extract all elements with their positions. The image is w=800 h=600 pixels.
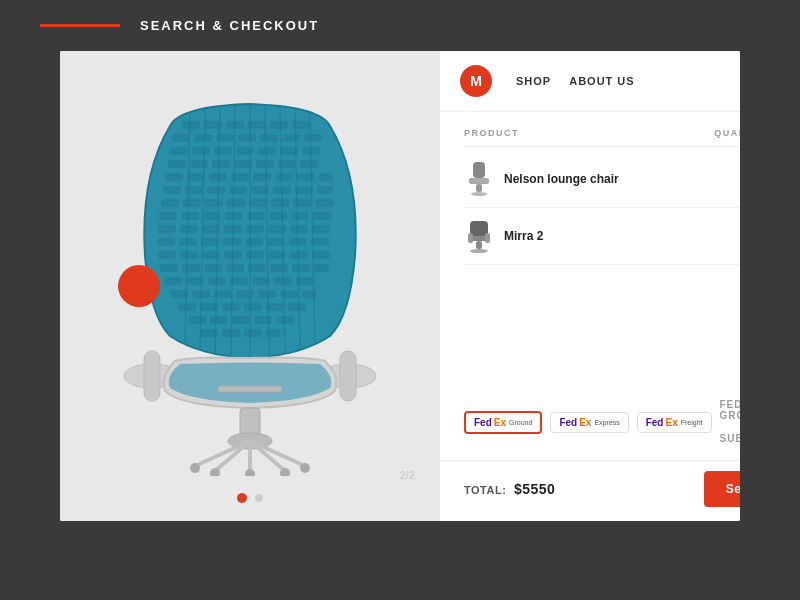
- fedex-sub-2: Express: [594, 419, 619, 426]
- shipping-cost-area: FEDEX GROUND: $50 SUBTOTAL: $5500: [720, 394, 741, 450]
- svg-rect-117: [244, 303, 262, 311]
- product-quantity: 1: [703, 229, 740, 243]
- svg-rect-150: [470, 221, 488, 236]
- nav-shop[interactable]: SHOP: [516, 75, 551, 87]
- product-info: Mirra 2: [464, 218, 703, 254]
- table-row: Mirra 2 1 $2300: [464, 208, 740, 265]
- svg-rect-147: [469, 178, 489, 184]
- svg-rect-148: [476, 184, 482, 192]
- fedex-logo-1: Fed: [474, 417, 492, 428]
- fedex-logo-2: Ex: [494, 417, 506, 428]
- svg-rect-26: [258, 147, 276, 155]
- fedex-logo-3: Fed: [559, 417, 577, 428]
- svg-rect-38: [209, 173, 227, 181]
- svg-rect-104: [252, 277, 270, 285]
- svg-rect-40: [253, 173, 271, 181]
- svg-rect-124: [276, 316, 294, 324]
- svg-rect-92: [160, 264, 178, 272]
- svg-rect-90: [290, 251, 308, 259]
- fedex-freight-option[interactable]: FedEx Freight: [637, 412, 712, 433]
- slide-indicator: [237, 493, 263, 503]
- svg-rect-17: [216, 134, 234, 142]
- svg-rect-25: [236, 147, 254, 155]
- svg-rect-88: [246, 251, 264, 259]
- fedex-logo-5: Fed: [646, 417, 664, 428]
- col-header-product: PRODUCT: [464, 128, 703, 138]
- table-header: PRODUCT QUANTITY TOTAL: [464, 128, 740, 147]
- svg-rect-70: [202, 225, 220, 233]
- svg-rect-122: [232, 316, 250, 324]
- svg-rect-91: [312, 251, 330, 259]
- svg-rect-39: [231, 173, 249, 181]
- checkout-button[interactable]: Secure Checkout: [704, 471, 740, 507]
- svg-rect-67: [313, 212, 331, 220]
- svg-rect-145: [218, 386, 282, 392]
- slide-number: 2/2: [400, 469, 415, 481]
- svg-point-144: [245, 469, 255, 476]
- svg-rect-132: [340, 351, 356, 401]
- svg-rect-72: [246, 225, 264, 233]
- svg-rect-50: [295, 186, 313, 194]
- svg-rect-19: [260, 134, 278, 142]
- svg-rect-127: [244, 329, 262, 337]
- nav-links: SHOP ABOUT US: [516, 75, 740, 87]
- color-swatch-orange[interactable]: [118, 265, 160, 307]
- svg-rect-102: [208, 277, 226, 285]
- svg-rect-65: [269, 212, 287, 220]
- svg-rect-45: [185, 186, 203, 194]
- svg-rect-81: [267, 238, 285, 246]
- svg-rect-20: [282, 134, 300, 142]
- svg-rect-71: [224, 225, 242, 233]
- svg-rect-109: [214, 290, 232, 298]
- total-final-value: $5550: [514, 481, 555, 497]
- product-name: Nelson lounge chair: [504, 172, 619, 186]
- svg-point-140: [190, 463, 200, 473]
- svg-rect-82: [289, 238, 307, 246]
- svg-rect-74: [290, 225, 308, 233]
- header-accent-line: [40, 24, 120, 27]
- svg-rect-66: [291, 212, 309, 220]
- svg-rect-14: [292, 121, 310, 129]
- nav-about[interactable]: ABOUT US: [569, 75, 634, 87]
- table-row: Nelson lounge chair 2 $1600: [464, 151, 740, 208]
- total-final: TOTAL: $5550: [464, 480, 555, 498]
- svg-rect-15: [172, 134, 190, 142]
- svg-rect-43: [319, 173, 333, 181]
- svg-rect-10: [204, 121, 222, 129]
- svg-rect-36: [165, 173, 183, 181]
- svg-rect-27: [280, 147, 298, 155]
- svg-rect-113: [302, 290, 316, 298]
- svg-rect-123: [254, 316, 272, 324]
- logo[interactable]: M: [460, 65, 492, 97]
- svg-rect-154: [476, 241, 482, 249]
- svg-rect-64: [247, 212, 265, 220]
- svg-rect-31: [212, 160, 230, 168]
- svg-rect-56: [249, 199, 267, 207]
- col-header-quantity: QUANTITY: [703, 128, 740, 138]
- svg-rect-44: [163, 186, 181, 194]
- svg-point-155: [470, 249, 488, 253]
- chair-image: [60, 51, 440, 521]
- fedex-express-option[interactable]: FedEx Express: [550, 412, 628, 433]
- svg-rect-41: [275, 173, 293, 181]
- svg-rect-115: [200, 303, 218, 311]
- slide-dot-1[interactable]: [237, 493, 247, 503]
- svg-rect-61: [181, 212, 199, 220]
- product-table: PRODUCT QUANTITY TOTAL Nelson lounge cha…: [440, 112, 740, 384]
- svg-rect-60: [159, 212, 177, 220]
- svg-rect-95: [226, 264, 244, 272]
- page-title: SEARCH & CHECKOUT: [140, 18, 319, 33]
- fedex-sub-1: Ground: [509, 419, 532, 426]
- total-label: TOTAL: $5550: [464, 484, 555, 496]
- svg-rect-116: [222, 303, 240, 311]
- svg-rect-84: [158, 251, 176, 259]
- svg-rect-85: [180, 251, 198, 259]
- svg-rect-48: [251, 186, 269, 194]
- product-info: Nelson lounge chair: [464, 161, 703, 197]
- svg-rect-105: [274, 277, 292, 285]
- fedex-ground-option[interactable]: FedEx Ground: [464, 411, 542, 434]
- slide-dot-2[interactable]: [255, 494, 263, 502]
- svg-rect-53: [183, 199, 201, 207]
- svg-rect-99: [314, 264, 329, 272]
- main-card: 2/2 M SHOP ABOUT US CART(2) PRODUCT QUAN…: [60, 51, 740, 521]
